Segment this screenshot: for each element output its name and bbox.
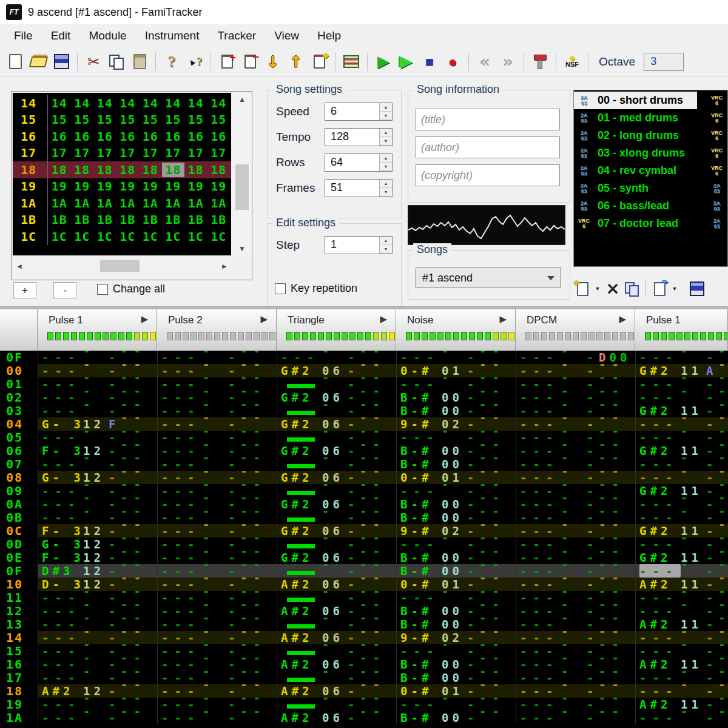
pattern-cell[interactable]: G#211----: [635, 404, 728, 417]
pattern-cell[interactable]: ---------: [38, 377, 157, 391]
pattern-cell[interactable]: ------: [277, 377, 396, 391]
pattern-cell[interactable]: F- 312----: [38, 444, 157, 457]
prev-frame-button[interactable]: [474, 51, 496, 73]
frame-cell[interactable]: 1A: [139, 196, 162, 211]
pattern-cell[interactable]: 9-#02----: [396, 631, 516, 644]
pattern-cell[interactable]: ---------: [516, 431, 635, 444]
pattern-cell[interactable]: ---------: [157, 604, 277, 618]
frame-remove-button[interactable]: [239, 51, 261, 73]
menu-file[interactable]: File: [5, 27, 42, 45]
pattern-cell[interactable]: 0-#01----: [396, 364, 516, 377]
pattern-cell[interactable]: ---------: [635, 417, 728, 431]
frame-cell[interactable]: 1B: [139, 212, 162, 227]
pattern-cell[interactable]: ---------: [38, 644, 157, 658]
instrument-item-01[interactable]: 2A0301 - med drums: [574, 109, 697, 127]
frame-cell[interactable]: 17: [71, 146, 94, 160]
menu-instrument[interactable]: Instrument: [136, 27, 209, 45]
frame-cell[interactable]: 15: [48, 112, 71, 127]
frame-cell[interactable]: 1C: [48, 229, 71, 244]
channel-header-2[interactable]: Triangle▶: [277, 309, 396, 351]
pattern-cell[interactable]: ------: [277, 404, 396, 417]
pattern-cell[interactable]: G#206----: [277, 444, 396, 457]
pattern-cell[interactable]: G- 312----: [38, 538, 157, 551]
channel-expand-arrow-icon[interactable]: ▶: [380, 314, 387, 325]
frame-cell[interactable]: 1B: [184, 212, 207, 227]
clone-instrument-button[interactable]: [623, 279, 641, 298]
module-properties-button[interactable]: [529, 51, 551, 73]
pattern-cell[interactable]: ---------: [635, 377, 728, 391]
pattern-cell[interactable]: ------: [277, 511, 396, 524]
frame-cell[interactable]: 17: [116, 146, 140, 160]
frame-cell[interactable]: 16: [207, 129, 231, 144]
frame-cell[interactable]: 19: [93, 179, 116, 194]
pattern-cell[interactable]: ---------: [396, 698, 516, 711]
instrument-item-06[interactable]: 2A0306 - bass/lead: [574, 197, 697, 215]
pattern-cell[interactable]: ---------: [157, 484, 277, 497]
pattern-cell[interactable]: ---------: [38, 711, 157, 724]
channel-header-0[interactable]: Pulse 1▶: [38, 309, 157, 351]
frame-cell[interactable]: 18: [207, 163, 231, 177]
frame-cell[interactable]: 1C: [162, 229, 185, 244]
open-file-button[interactable]: [27, 51, 49, 73]
pattern-cell[interactable]: ---------: [157, 631, 277, 644]
frame-add-button[interactable]: +: [13, 282, 36, 299]
pattern-cell[interactable]: D- 312----: [38, 578, 157, 591]
frame-cell[interactable]: 19: [71, 179, 94, 194]
change-all-checkbox[interactable]: [97, 284, 108, 295]
pattern-cell[interactable]: ---------: [157, 524, 277, 538]
frame-cell[interactable]: 16: [71, 129, 94, 144]
frame-cell[interactable]: 19: [116, 179, 140, 194]
pattern-cell[interactable]: G#206----: [277, 551, 396, 564]
pattern-cell[interactable]: G#206----: [277, 364, 396, 377]
channel-expand-arrow-icon[interactable]: ▶: [619, 314, 626, 325]
save-file-button[interactable]: [50, 51, 72, 73]
instrument-item-04[interactable]: 2A0304 - rev cymbal: [574, 162, 697, 180]
spin-down-icon[interactable]: ▼: [380, 245, 392, 254]
frame-cell[interactable]: 18: [184, 163, 207, 177]
scrollbar-thumb[interactable]: [235, 164, 249, 210]
pattern-cell[interactable]: ---------: [157, 497, 277, 511]
pattern-cell[interactable]: ---------: [516, 538, 635, 551]
frame-cell[interactable]: 1A: [71, 196, 94, 211]
pattern-cell[interactable]: G#211A---: [635, 364, 728, 377]
load-instrument-button[interactable]: [650, 279, 669, 298]
pattern-cell[interactable]: ---------: [635, 604, 728, 618]
channel-expand-arrow-icon[interactable]: ▶: [260, 314, 268, 325]
pattern-cell[interactable]: ---------: [516, 404, 635, 417]
save-instrument-button[interactable]: [688, 279, 706, 298]
pattern-cell[interactable]: 9-#02----: [396, 417, 516, 431]
pattern-cell[interactable]: ---------: [38, 391, 157, 404]
pattern-cell[interactable]: ---------: [516, 564, 635, 578]
pattern-cell[interactable]: ---------: [396, 591, 516, 604]
pattern-cell[interactable]: ---------: [157, 364, 277, 377]
pattern-cell[interactable]: ---------: [516, 578, 635, 591]
pattern-cell[interactable]: ---------: [157, 444, 277, 457]
frame-move-down-button[interactable]: [262, 51, 284, 73]
instrument-item-03[interactable]: 2A0303 - xlong drums: [574, 144, 697, 162]
pattern-cell[interactable]: ---------: [396, 484, 516, 497]
pattern-cell[interactable]: ---------: [38, 497, 157, 511]
pattern-cell[interactable]: ---------: [277, 351, 396, 364]
pattern-cell[interactable]: ---------: [516, 444, 635, 457]
pattern-cell[interactable]: B-#00----: [396, 671, 516, 684]
copyright-field[interactable]: [416, 164, 560, 186]
pattern-cell[interactable]: ---------: [157, 618, 277, 631]
pattern-cell[interactable]: ---------: [38, 671, 157, 684]
pattern-cell[interactable]: ---------: [635, 684, 728, 698]
frame-cell[interactable]: 16: [184, 129, 207, 144]
pattern-cell[interactable]: 0-#01----: [396, 578, 516, 591]
pattern-cell[interactable]: ---------: [157, 511, 277, 524]
step-input[interactable]: 1▲▼: [325, 236, 393, 254]
pattern-cell[interactable]: A#206----: [277, 631, 396, 644]
frame-cell[interactable]: 19: [139, 179, 162, 194]
frame-cell[interactable]: 15: [116, 112, 140, 127]
nsf-export-button[interactable]: NSF: [561, 51, 583, 73]
pattern-cell[interactable]: A#211----: [635, 698, 728, 711]
frame-cell[interactable]: 17: [93, 146, 116, 160]
pattern-cell[interactable]: ---------: [38, 484, 157, 497]
pattern-cell[interactable]: ---------: [635, 497, 728, 511]
pattern-cell[interactable]: ---------: [635, 457, 728, 471]
pattern-cell[interactable]: ---------: [516, 364, 635, 377]
frame-cell[interactable]: 15: [162, 112, 185, 127]
pattern-cell[interactable]: ---------: [516, 511, 635, 524]
